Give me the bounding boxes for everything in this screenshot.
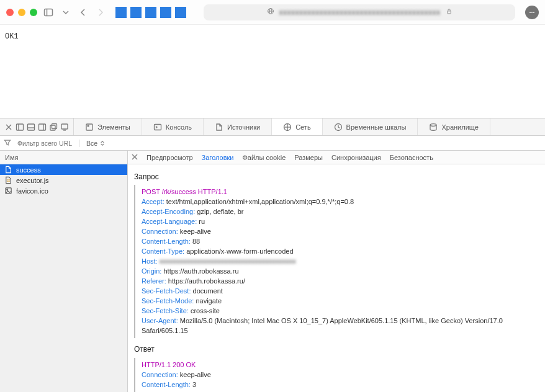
header-value: ru <box>199 218 205 225</box>
favorite-icon[interactable] <box>175 7 186 18</box>
chevron-down-icon[interactable] <box>60 6 72 19</box>
devtools-tab-label: Источники <box>227 123 260 131</box>
svg-rect-11 <box>17 124 24 130</box>
close-detail-button[interactable] <box>132 154 138 161</box>
header-row: User-Agent: Mozilla/5.0 (Macintosh; Inte… <box>142 316 539 336</box>
forward-button[interactable] <box>94 6 107 19</box>
header-value: text/html,application/xhtml+xml,applicat… <box>166 198 354 205</box>
detail-subtab[interactable]: Безопасность <box>390 154 433 161</box>
resource-name: executor.js <box>16 177 49 184</box>
filter-input[interactable] <box>17 140 73 147</box>
site-settings-icon[interactable] <box>267 7 274 17</box>
header-key: Sec-Fetch-Site: <box>142 307 189 314</box>
request-section-title: Запрос <box>134 172 539 182</box>
header-value: 3 <box>192 381 196 388</box>
page-content: OK1 <box>0 25 545 118</box>
devtools-tab-2[interactable]: Источники <box>204 118 272 135</box>
response-section-title: Ответ <box>134 344 539 355</box>
header-key: Accept-Encoding: <box>142 208 195 215</box>
svg-point-8 <box>533 12 534 13</box>
svg-point-28 <box>430 123 436 126</box>
devtools-tabbar: ЭлементыКонсольИсточникиСетьВременные шк… <box>0 118 545 136</box>
favorite-icon[interactable] <box>130 7 142 18</box>
svg-point-6 <box>529 12 531 13</box>
lock-icon[interactable] <box>446 8 453 17</box>
header-row: Content-Length: 88 <box>142 237 539 247</box>
header-row: Connection: keep-alive <box>142 227 539 237</box>
resource-list-header: Имя <box>0 151 127 164</box>
svg-rect-21 <box>86 124 92 130</box>
header-value: keep-alive <box>180 228 211 235</box>
header-value: document <box>193 287 223 295</box>
svg-point-7 <box>531 12 533 13</box>
detail-content: Запрос POST /rk/success HTTP/1.1Accept: … <box>128 164 545 392</box>
header-key: Referer: <box>142 277 166 285</box>
header-key: Accept: <box>142 198 164 205</box>
header-key: Content-Length: <box>142 238 191 245</box>
http-status-line: POST /rk/success HTTP/1.1 <box>142 187 539 197</box>
devtools-tab-1[interactable]: Консоль <box>142 118 204 135</box>
more-button[interactable] <box>525 6 539 19</box>
favorite-icon[interactable] <box>145 7 156 18</box>
header-row: Accept-Language: ru <box>142 217 539 227</box>
http-status-line: HTTP/1.1 200 OK <box>142 360 539 370</box>
header-value: Mozilla/5.0 (Macintosh; Intel Mac OS X 1… <box>142 317 503 334</box>
minimize-window-button[interactable] <box>18 9 25 16</box>
header-row: Sec-Fetch-Site: cross-site <box>142 306 539 316</box>
detail-subtab[interactable]: Размеры <box>294 154 323 161</box>
header-row: Sec-Fetch-Dest: document <box>142 287 539 296</box>
network-resource-list: Имя successJSexecutor.jsfavicon.ico <box>0 151 128 392</box>
resource-row[interactable]: success <box>0 164 127 175</box>
back-button[interactable] <box>77 6 89 19</box>
dock-right-button[interactable] <box>37 122 47 132</box>
filter-icon[interactable] <box>4 139 11 148</box>
devtools-tab-0[interactable]: Элементы <box>74 118 142 135</box>
header-key: Connection: <box>142 371 178 378</box>
devtools-tab-5[interactable]: Хранилище <box>418 118 490 135</box>
header-key: Sec-Fetch-Mode: <box>142 297 194 305</box>
header-value: xxxxxxxxxxxxxxxxxxxxxxxxxxxxxxxxxxxxxxxx <box>160 257 296 265</box>
devtools-tab-4[interactable]: Временные шкалы <box>323 118 418 135</box>
devtools-tab-label: Консоль <box>166 123 192 131</box>
address-bar[interactable]: xxxxxxxxxxxxxxxxxxxxxxxxxxxxxxxxxxxxxxxx <box>204 4 515 20</box>
header-value: https://auth.robokassa.ru/ <box>168 277 245 285</box>
resource-row[interactable]: favicon.ico <box>0 185 127 196</box>
detail-subtab[interactable]: Заголовки <box>202 154 234 161</box>
device-button[interactable] <box>60 122 70 132</box>
favorite-icon[interactable] <box>115 7 127 18</box>
filter-type-dropdown[interactable]: Все <box>79 140 105 147</box>
favorite-icon[interactable] <box>160 7 171 18</box>
dock-left-button[interactable] <box>15 122 25 132</box>
header-row: Sec-Fetch-Mode: navigate <box>142 296 539 306</box>
window-chrome: xxxxxxxxxxxxxxxxxxxxxxxxxxxxxxxxxxxxxxxx <box>0 0 545 25</box>
resource-row[interactable]: JSexecutor.js <box>0 175 127 185</box>
detail-subtab[interactable]: Предпросмотр <box>146 154 193 161</box>
header-value: https://auth.robokassa.ru <box>163 267 238 275</box>
header-value: keep-alive <box>180 371 211 378</box>
header-value: cross-site <box>191 307 220 314</box>
detail-subtab[interactable]: Синхронизация <box>331 154 381 161</box>
page-body-text: OK1 <box>5 32 19 41</box>
network-detail-pane: ПредпросмотрЗаголовкиФайлы cookieРазмеры… <box>128 151 545 392</box>
devtools-panel: ЭлементыКонсольИсточникиСетьВременные шк… <box>0 118 545 392</box>
detail-subtabs: ПредпросмотрЗаголовкиФайлы cookieРазмеры… <box>128 151 545 164</box>
dock-bottom-button[interactable] <box>26 122 36 132</box>
devtools-tab-label: Сеть <box>295 123 310 131</box>
sidebar-toggle-button[interactable] <box>42 6 55 19</box>
zoom-window-button[interactable] <box>30 9 37 16</box>
devtools-tab-3[interactable]: Сеть <box>272 118 322 135</box>
response-headers-block: HTTP/1.1 200 OKConnection: keep-aliveCon… <box>134 358 539 392</box>
undock-button[interactable] <box>48 122 58 132</box>
devtools-tab-label: Хранилище <box>441 123 478 131</box>
header-key: Content-Type: <box>142 247 184 255</box>
close-window-button[interactable] <box>6 9 14 16</box>
detail-subtab[interactable]: Файлы cookie <box>242 154 286 161</box>
svg-rect-13 <box>28 124 35 130</box>
resource-kind-icon: JS <box>4 176 12 185</box>
close-devtools-button[interactable] <box>4 122 14 132</box>
header-row: Referer: https://auth.robokassa.ru/ <box>142 277 539 287</box>
svg-point-31 <box>6 189 7 190</box>
filter-type-label: Все <box>86 140 97 147</box>
svg-text:JS: JS <box>6 179 9 182</box>
header-row: Origin: https://auth.robokassa.ru <box>142 267 539 277</box>
